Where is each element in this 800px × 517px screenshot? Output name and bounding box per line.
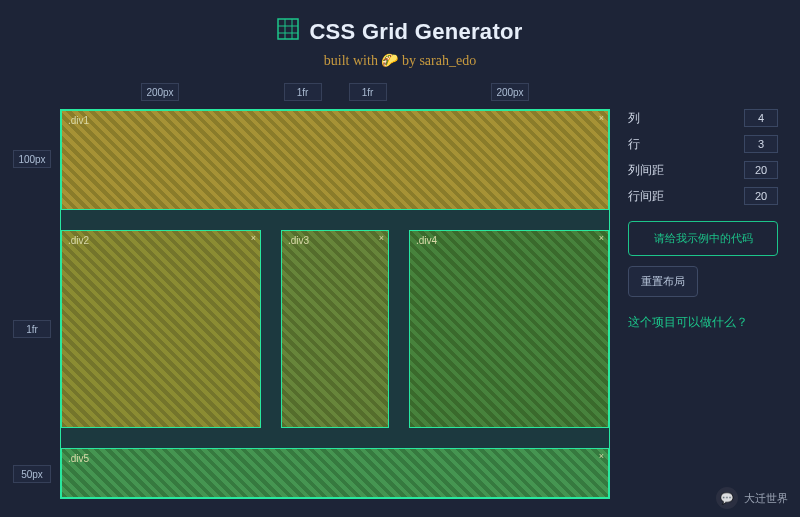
close-icon[interactable]: × (599, 451, 604, 461)
col-gap-input[interactable] (744, 161, 778, 179)
wechat-icon: 💬 (716, 487, 738, 509)
col-track-input-0[interactable]: 200px (141, 83, 179, 101)
svg-rect-0 (278, 19, 298, 39)
grid-item-div5[interactable]: .div5× (61, 448, 609, 498)
subtitle-suffix: by sarah_edo (402, 53, 476, 68)
main: 200px1fr1fr200px 100px1fr50px .div1×.div… (0, 81, 800, 499)
close-icon[interactable]: × (599, 113, 604, 123)
grid-container[interactable]: .div1×.div2×.div3×.div4×.div5× (60, 109, 610, 499)
grid-item-div1[interactable]: .div1× (61, 110, 609, 210)
cols-control: 列 (628, 109, 778, 127)
col-track-input-3[interactable]: 200px (491, 83, 529, 101)
grid-area: 200px1fr1fr200px 100px1fr50px .div1×.div… (10, 81, 610, 499)
row-labels: 100px1fr50px (10, 109, 54, 499)
taco-icon: 🌮 (381, 53, 398, 68)
cols-label: 列 (628, 110, 640, 127)
reset-button[interactable]: 重置布局 (628, 266, 698, 297)
row-track-input-1[interactable]: 1fr (13, 320, 51, 338)
row-gap-input[interactable] (744, 187, 778, 205)
controls-panel: 列 行 列间距 行间距 请给我示例中的代码 重置布局 这个项目可以做什么？ (628, 109, 778, 499)
watermark: 💬 大迁世界 (716, 487, 788, 509)
close-icon[interactable]: × (379, 233, 384, 243)
watermark-text: 大迁世界 (744, 491, 788, 506)
column-labels: 200px1fr1fr200px (60, 81, 610, 103)
col-track-input-2[interactable]: 1fr (349, 83, 387, 101)
subtitle-prefix: built with (324, 53, 378, 68)
grid-item-label: .div1 (68, 115, 89, 126)
rows-control: 行 (628, 135, 778, 153)
row-gap-control: 行间距 (628, 187, 778, 205)
grid-icon (277, 18, 309, 46)
row-gap-label: 行间距 (628, 188, 664, 205)
col-gap-label: 列间距 (628, 162, 664, 179)
row-track-input-0[interactable]: 100px (13, 150, 51, 168)
col-track-input-1[interactable]: 1fr (284, 83, 322, 101)
subtitle: built with 🌮 by sarah_edo (0, 52, 800, 69)
row-track-input-2[interactable]: 50px (13, 465, 51, 483)
grid-item-label: .div5 (68, 453, 89, 464)
help-link[interactable]: 这个项目可以做什么？ (628, 315, 778, 330)
close-icon[interactable]: × (251, 233, 256, 243)
rows-input[interactable] (744, 135, 778, 153)
close-icon[interactable]: × (599, 233, 604, 243)
get-code-button[interactable]: 请给我示例中的代码 (628, 221, 778, 256)
header: CSS Grid Generator built with 🌮 by sarah… (0, 0, 800, 81)
grid-item-div2[interactable]: .div2× (61, 230, 261, 428)
title-text: CSS Grid Generator (309, 19, 522, 45)
page-title: CSS Grid Generator (277, 18, 522, 46)
grid-item-div4[interactable]: .div4× (409, 230, 609, 428)
cols-input[interactable] (744, 109, 778, 127)
grid-item-div3[interactable]: .div3× (281, 230, 389, 428)
grid-item-label: .div4 (416, 235, 437, 246)
col-gap-control: 列间距 (628, 161, 778, 179)
grid-item-label: .div3 (288, 235, 309, 246)
grid-item-label: .div2 (68, 235, 89, 246)
rows-label: 行 (628, 136, 640, 153)
